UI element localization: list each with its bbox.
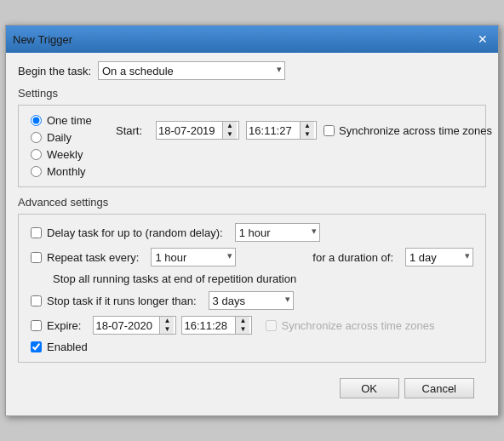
expire-time-down[interactable]: ▼ [236, 325, 249, 334]
start-date-spinners: ▲ ▼ [222, 122, 237, 139]
start-time-spinners: ▲ ▼ [300, 122, 314, 139]
radio-input-weekly[interactable] [31, 149, 42, 160]
radio-input-monthly[interactable] [31, 166, 42, 177]
for-duration-select-wrap: 1 day Indefinitely 12 hours [405, 248, 473, 266]
stop-task-row: Stop task if it runs longer than: 3 days… [31, 291, 473, 310]
start-time-down[interactable]: ▼ [301, 130, 314, 139]
for-duration-select[interactable]: 1 day Indefinitely 12 hours [405, 248, 473, 266]
radio-group: One time Daily Weekly Monthly [31, 114, 107, 178]
title-bar: New Trigger ✕ [6, 26, 498, 53]
expire-sync-label: Synchronize across time zones [281, 319, 434, 332]
stop-task-label: Stop task if it runs longer than: [47, 295, 197, 307]
radio-input-one-time[interactable] [31, 115, 42, 126]
repeat-select-wrap: 1 hour 5 minutes 30 minutes [151, 248, 236, 266]
footer: OK Cancel [18, 371, 486, 407]
expire-sync-checkbox[interactable] [266, 320, 277, 331]
enabled-checkbox[interactable] [31, 341, 42, 352]
begin-task-label: Begin the task: [18, 65, 91, 77]
expire-time-up[interactable]: ▲ [236, 317, 249, 325]
for-duration-group: for a duration of: 1 day Indefinitely 12… [312, 248, 473, 266]
start-date-input[interactable] [158, 124, 222, 137]
delay-select-wrap: 1 hour 30 minutes 2 hours [235, 223, 320, 242]
advanced-box: Delay task for up to (random delay): 1 h… [18, 214, 486, 363]
dialog: New Trigger ✕ Begin the task: On a sched… [5, 25, 499, 416]
repeat-select[interactable]: 1 hour 5 minutes 30 minutes [151, 248, 236, 266]
repeat-row: Repeat task every: 1 hour 5 minutes 30 m… [31, 248, 473, 266]
advanced-label: Advanced settings [18, 196, 486, 209]
settings-box: One time Daily Weekly Monthly [18, 105, 486, 187]
radio-label-one-time: One time [47, 114, 92, 127]
begin-task-row: Begin the task: On a schedule At log on … [18, 61, 486, 80]
start-time-input[interactable] [249, 124, 300, 137]
radio-label-daily: Daily [47, 131, 72, 144]
repeat-checkbox[interactable] [31, 252, 42, 263]
radio-daily[interactable]: Daily [31, 131, 100, 144]
expire-row: Expire: ▲ ▼ ▲ ▼ Sync [31, 316, 473, 335]
expire-time-input[interactable] [184, 319, 235, 332]
stop-all-text: Stop all running tasks at end of repetit… [53, 272, 473, 285]
expire-date-input[interactable] [95, 319, 159, 332]
stop-task-checkbox[interactable] [31, 295, 42, 306]
start-section: Start: ▲ ▼ ▲ ▼ [116, 114, 499, 140]
sync-checkbox[interactable] [324, 125, 335, 136]
begin-task-select-wrap: On a schedule At log on At startup [98, 61, 285, 80]
radio-input-daily[interactable] [31, 132, 42, 143]
stop-all-label: Stop all running tasks at end of repetit… [53, 272, 296, 285]
start-time-up[interactable]: ▲ [301, 122, 314, 130]
settings-label: Settings [18, 87, 486, 100]
expire-date-down[interactable]: ▼ [160, 325, 174, 334]
dialog-title: New Trigger [13, 33, 72, 46]
radio-label-monthly: Monthly [47, 165, 86, 178]
expire-time-spinners: ▲ ▼ [235, 317, 249, 334]
begin-task-select[interactable]: On a schedule At log on At startup [98, 61, 285, 80]
expire-checkbox[interactable] [31, 320, 42, 331]
radio-weekly[interactable]: Weekly [31, 148, 100, 161]
start-label: Start: [116, 124, 142, 137]
cancel-button[interactable]: Cancel [404, 378, 474, 398]
radio-one-time[interactable]: One time [31, 114, 100, 127]
radio-label-weekly: Weekly [47, 148, 83, 161]
sync-check-wrap: Synchronize across time zones [324, 124, 499, 137]
start-date-up[interactable]: ▲ [223, 122, 237, 130]
expire-date-wrap: ▲ ▼ [93, 316, 176, 335]
start-group: Start: ▲ ▼ ▲ ▼ [116, 114, 499, 178]
radio-monthly[interactable]: Monthly [31, 165, 100, 178]
expire-sync-wrap: Synchronize across time zones [266, 319, 441, 332]
expire-label: Expire: [47, 319, 81, 332]
expire-date-spinners: ▲ ▼ [159, 317, 174, 334]
settings-inner: One time Daily Weekly Monthly [31, 114, 473, 178]
enabled-label: Enabled [47, 341, 88, 353]
for-duration-label: for a duration of: [312, 251, 393, 264]
delay-row: Delay task for up to (random delay): 1 h… [31, 223, 473, 242]
stop-task-select[interactable]: 3 days 1 hour 1 day [209, 291, 294, 310]
sync-label: Synchronize across time zones [339, 124, 492, 137]
start-time-wrap: ▲ ▼ [246, 121, 317, 140]
dialog-body: Begin the task: On a schedule At log on … [6, 53, 498, 415]
close-button[interactable]: ✕ [474, 31, 491, 48]
expire-time-wrap: ▲ ▼ [181, 316, 252, 335]
start-date-wrap: ▲ ▼ [156, 121, 239, 140]
enabled-row: Enabled [31, 341, 473, 353]
start-date-down[interactable]: ▼ [223, 130, 237, 139]
repeat-label: Repeat task every: [47, 251, 139, 264]
delay-checkbox[interactable] [31, 227, 42, 238]
stop-task-select-wrap: 3 days 1 hour 1 day [209, 291, 294, 310]
ok-button[interactable]: OK [340, 378, 399, 398]
delay-select[interactable]: 1 hour 30 minutes 2 hours [235, 223, 320, 242]
expire-date-up[interactable]: ▲ [160, 317, 174, 325]
delay-label: Delay task for up to (random delay): [47, 226, 223, 239]
